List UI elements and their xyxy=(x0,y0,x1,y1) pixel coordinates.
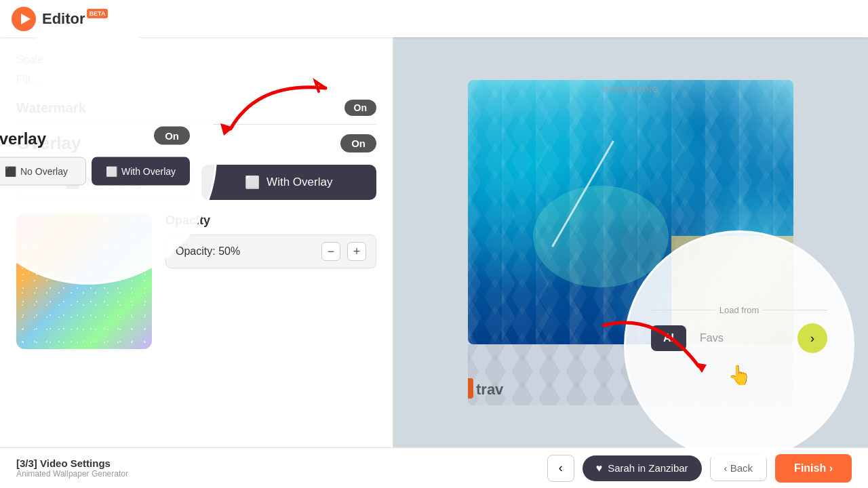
circle-with-overlay-icon: ⬜ xyxy=(106,166,117,177)
opacity-control: Opacity: 50% − + xyxy=(165,235,376,268)
cursor-in-circle: 👆 xyxy=(728,364,751,386)
circle-buttons-row: AI Favs › xyxy=(651,323,827,353)
step-title: [3/3] Video Settings xyxy=(16,458,128,469)
with-overlay-icon: ⬜ xyxy=(245,175,260,190)
step-info: [3/3] Video Settings Animated Wallpaper … xyxy=(16,458,128,479)
circle-load-header: Load from xyxy=(651,305,827,315)
circle-with-overlay-btn[interactable]: ⬜ With Overlay xyxy=(92,157,190,186)
prev-icon: ‹ xyxy=(559,461,563,475)
circle-right-inner: Load from AI Favs › 👆 xyxy=(651,305,827,386)
circle-overlay-buttons: ⬛ No Overlay ⬜ With Overlay xyxy=(0,157,190,186)
header-bar: EditorBETA xyxy=(0,0,868,37)
watermark-toggle[interactable]: On xyxy=(344,100,376,116)
opacity-decrease-button[interactable]: − xyxy=(321,242,340,261)
circle-panel-overlay: Overlay On ⬛ No Overlay ⬜ With Overlay xyxy=(0,127,190,186)
opacity-increase-button[interactable]: + xyxy=(347,242,366,261)
circle-overlay-row: Overlay On xyxy=(0,127,190,150)
finish-button[interactable]: Finish › xyxy=(775,454,852,483)
app-name: EditorBETA xyxy=(42,10,108,28)
boat-trail xyxy=(551,140,614,247)
prev-button[interactable]: ‹ xyxy=(547,455,574,482)
circle-no-overlay-icon: ⬛ xyxy=(5,166,16,177)
circle-overlay-toggle: On xyxy=(154,127,190,145)
circle-next-icon: › xyxy=(810,331,814,346)
circle-no-overlay-label: No Overlay xyxy=(20,166,68,177)
heart-icon: ♥ xyxy=(596,462,603,474)
caption-button[interactable]: ♥ Sarah in Zanzibar xyxy=(583,455,702,481)
annotation-circle-right: Load from AI Favs › 👆 xyxy=(624,230,854,461)
overlay-toggle[interactable]: On xyxy=(340,134,376,152)
opacity-value: Opacity: 50% xyxy=(176,245,315,258)
generating-label: GENERATING xyxy=(603,85,658,94)
circle-no-overlay-btn[interactable]: ⬛ No Overlay xyxy=(0,157,86,186)
teal-overlay xyxy=(533,186,669,287)
trav-text: trav xyxy=(476,381,503,399)
bottom-controls: ‹ ♥ Sarah in Zanzibar ‹ Back Finish › xyxy=(547,454,852,483)
circle-next-button[interactable]: › xyxy=(797,323,827,353)
circle-favs-button[interactable]: Favs xyxy=(693,325,730,351)
app-logo-icon xyxy=(11,6,37,32)
with-overlay-label: With Overlay xyxy=(267,176,332,189)
circle-with-overlay-label: With Overlay xyxy=(121,166,176,177)
circle-ai-button[interactable]: AI xyxy=(651,325,686,351)
caption-label: Sarah in Zanzibar xyxy=(608,462,688,474)
with-overlay-button[interactable]: ⬜ With Overlay xyxy=(201,165,377,200)
step-subtitle: Animated Wallpaper Generator xyxy=(16,469,128,479)
circle-overlay-title: Overlay xyxy=(0,129,46,148)
brand-watermark xyxy=(468,378,473,399)
circle-load-label: Load from xyxy=(719,305,760,315)
